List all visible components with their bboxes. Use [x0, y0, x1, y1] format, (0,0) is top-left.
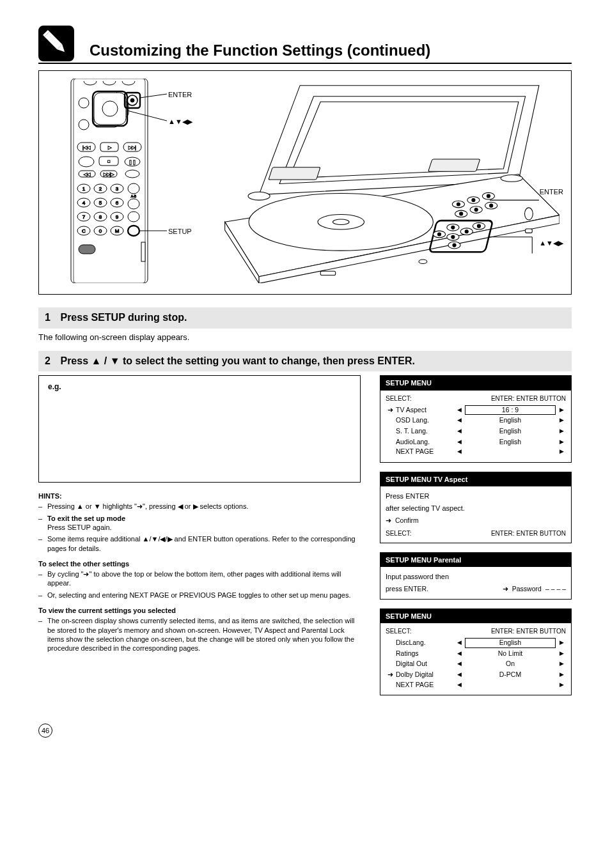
svg-text:7: 7: [82, 214, 86, 220]
hint-5-text: Or, selecting and entering NEXT PAGE or …: [47, 591, 361, 600]
svg-point-99: [453, 244, 456, 247]
triangle-right-icon: [557, 407, 566, 414]
svg-point-29: [125, 170, 139, 178]
svg-rect-68: [428, 159, 480, 171]
osd1-row-3: AudioLang. English: [386, 437, 566, 447]
step-2-bar: 2 Press ▲ / ▼ to select the setting you …: [38, 351, 572, 372]
svg-text:9: 9: [116, 214, 119, 220]
osd1-header: SETUP MENU: [380, 376, 571, 390]
svg-point-93: [437, 233, 441, 236]
callout-enter-remote: ENTER: [168, 90, 192, 99]
triangle-left-icon: [455, 448, 464, 456]
osd4-toprow-right: ENTER: ENTER BUTTON: [491, 627, 566, 635]
triangle-right-icon: [557, 417, 566, 424]
osd1-row-2: S. T. Lang. English: [386, 426, 566, 437]
step-1-bar: 1 Press SETUP during stop.: [38, 307, 572, 329]
triangle-right-icon: [557, 660, 566, 668]
osd3-header: SETUP MENU Parental: [380, 553, 571, 567]
svg-point-97: [465, 230, 468, 233]
hints-subhead-2: To view the current settings you selecte…: [38, 606, 361, 615]
left-column: e.g. HINTS: – Pressing ▲ or ▼ highlights…: [38, 375, 361, 655]
svg-point-36: [128, 183, 139, 194]
triangle-left-icon: [455, 438, 464, 446]
triangle-right-icon: [557, 650, 566, 658]
hint-6-text: The on-screen display shows currently se…: [47, 616, 361, 653]
hints-subhead-1: To select the other settings: [38, 559, 361, 568]
triangle-left-icon: [455, 417, 464, 424]
osd-panel-2: SETUP MENU TV Aspect Press ENTER after s…: [380, 472, 572, 543]
svg-text:❚❚: ❚❚: [129, 160, 136, 165]
osd3-msg: Input password then: [386, 571, 566, 582]
hints-title: HINTS:: [38, 492, 361, 500]
triangle-right-icon: [557, 681, 566, 689]
hint-3-text: Some items require additional ▲/▼/◀/▶ an…: [47, 534, 361, 553]
triangle-left-icon: [455, 671, 464, 679]
svg-text:8: 8: [99, 214, 102, 220]
svg-point-95: [451, 235, 455, 238]
osd2-header: SETUP MENU TV Aspect: [380, 472, 571, 486]
step-2-number: 2: [45, 355, 58, 368]
example-osd-placeholder: [48, 396, 351, 473]
svg-point-84: [460, 212, 463, 215]
hint-bullet-4: – By cycling "➜" to above the top or bel…: [38, 570, 361, 588]
callout-dirs-player: ▲▼◀▶: [539, 238, 563, 247]
example-box: e.g.: [38, 375, 361, 483]
triangle-left-icon: [455, 650, 464, 658]
step-1-number: 1: [45, 311, 58, 325]
hint-bullet-6: – The on-screen display shows currently …: [38, 616, 361, 653]
remote-illustration: |◀◀ ▶ ▶▶| ■ ❚❚ ◀◀ ▶▶|▶ 1 2: [58, 79, 199, 286]
step-1-body: The following on-screen display appears.: [38, 332, 572, 343]
hint-2-body: Press SETUP again.: [47, 523, 112, 531]
callout-setup-remote: SETUP: [168, 227, 192, 236]
step-2-columns: e.g. HINTS: – Pressing ▲ or ▼ highlights…: [38, 375, 572, 704]
triangle-right-icon: [557, 428, 566, 435]
remote-svg: |◀◀ ▶ ▶▶| ■ ❚❚ ◀◀ ▶▶|▶ 1 2: [58, 79, 160, 283]
osd2-msg1: Press ENTER: [386, 490, 566, 502]
player-illustration: ENTER ▲▼◀▶: [218, 79, 559, 286]
triangle-left-icon: [455, 639, 464, 647]
hint-2-title: To exit the set up mode: [47, 515, 125, 522]
step-1-title: Press SETUP during stop.: [60, 312, 187, 323]
example-label: e.g.: [48, 382, 351, 392]
svg-point-91: [451, 226, 455, 229]
svg-point-75: [248, 192, 270, 200]
page-number-circle: 46: [38, 724, 52, 738]
svg-text:M: M: [115, 228, 120, 234]
svg-text:|◀◀: |◀◀: [82, 145, 91, 150]
osd4-row-1: Ratings No Limit: [386, 649, 566, 659]
svg-point-6: [79, 98, 89, 108]
svg-text:4: 4: [82, 200, 86, 206]
svg-point-44: [128, 199, 139, 209]
svg-point-102: [525, 208, 533, 220]
page-title: Customizing the Function Settings (conti…: [90, 40, 430, 60]
osd4-row-4: NEXT PAGE: [386, 681, 566, 690]
svg-point-20: [79, 157, 94, 167]
svg-rect-59: [79, 245, 95, 254]
svg-point-104: [419, 260, 427, 263]
svg-rect-67: [269, 167, 320, 180]
triangle-left-icon: [455, 681, 464, 689]
pen-icon: [38, 26, 74, 61]
osd1-row-1: OSD Lang. English: [386, 415, 566, 426]
svg-text:6: 6: [116, 200, 119, 206]
osd4-row-2: Digital Out On: [386, 659, 566, 669]
osd3-password-row: press ENTER. ➜ Password – – – –: [386, 585, 566, 594]
hint-4-text: By cycling "➜" to above the top or below…: [47, 570, 361, 588]
triangle-left-icon: [455, 407, 464, 414]
svg-point-80: [472, 199, 475, 202]
svg-point-86: [474, 208, 478, 211]
hint-bullet-1: – Pressing ▲ or ▼ highlights "➜", pressi…: [38, 502, 361, 511]
svg-text:5: 5: [99, 200, 102, 206]
illustration-panel: |◀◀ ▶ ▶▶| ■ ❚❚ ◀◀ ▶▶|▶ 1 2: [38, 70, 572, 295]
svg-point-9: [102, 101, 118, 116]
osd-panel-3: SETUP MENU Parental Input password then …: [380, 552, 572, 600]
osd4-row-0: DiscLang. English: [386, 638, 566, 648]
osd1-toprow-left: SELECT:: [386, 394, 412, 403]
osd-panel-1: SETUP MENU SELECT: ENTER: ENTER BUTTON ➜…: [380, 375, 572, 463]
svg-text:▶▶|▶: ▶▶|▶: [104, 172, 115, 177]
hints-block: HINTS: – Pressing ▲ or ▼ highlights "➜",…: [38, 492, 361, 653]
osd2-caption: SELECT: ENTER: ENTER BUTTON: [386, 529, 566, 538]
triangle-left-icon: [455, 428, 464, 435]
osd2-msg2: after selecting TV aspect.: [386, 502, 566, 514]
triangle-right-icon: [557, 438, 566, 446]
